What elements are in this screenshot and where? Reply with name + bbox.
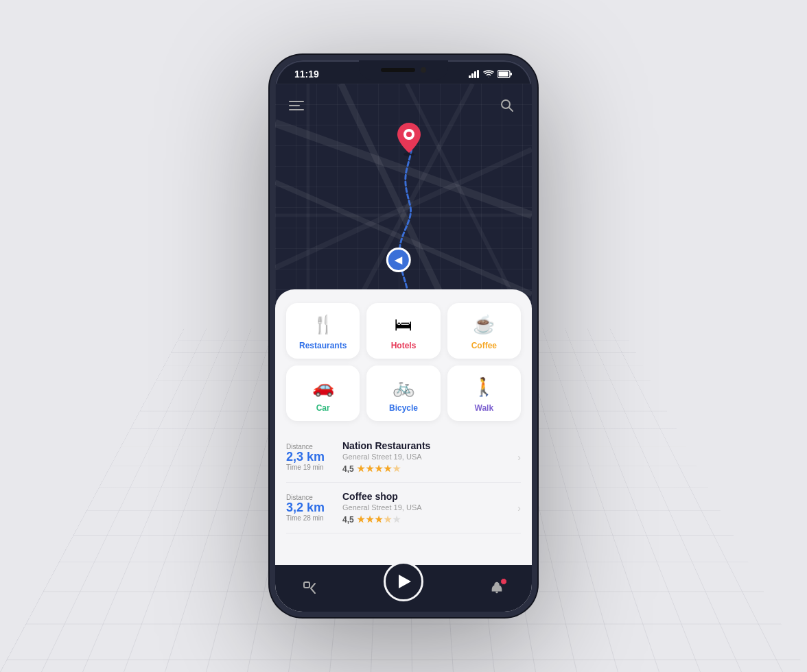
signal-icon (469, 70, 480, 78)
category-restaurants[interactable]: 🍴 Restaurants (286, 303, 360, 359)
play-button[interactable] (384, 562, 423, 601)
category-hotels[interactable]: 🛏 Hotels (366, 303, 440, 359)
bicycle-icon: 🚲 (393, 376, 414, 398)
svg-rect-20 (304, 582, 309, 588)
current-location: ◀ (386, 248, 411, 272)
place-distance-1: Distance 3,2 km Time 28 min (286, 494, 334, 523)
notch-pill (381, 68, 415, 72)
svg-point-19 (406, 132, 412, 137)
category-bicycle[interactable]: 🚲 Bicycle (366, 365, 440, 421)
wifi-icon (483, 70, 494, 78)
place-item-1[interactable]: Distance 3,2 km Time 28 min Coffee shop … (286, 483, 521, 533)
search-button[interactable] (496, 95, 518, 117)
route-nav-button[interactable] (296, 574, 325, 603)
svg-rect-2 (474, 71, 476, 78)
place-info-1: Coffee shop General Street 19, USA 4,5 ★… (342, 491, 509, 525)
category-car[interactable]: 🚗 Car (286, 365, 360, 421)
car-label: Car (316, 403, 330, 413)
car-icon: 🚗 (312, 376, 334, 398)
place-list: Distance 2,3 km Time 19 min Nation Resta… (286, 432, 521, 533)
bell-button[interactable] (482, 574, 511, 603)
svg-rect-3 (477, 70, 479, 78)
category-grid: 🍴 Restaurants 🛏 Hotels ☕ Coffee 🚗 Car 🚲 … (286, 303, 521, 421)
category-walk[interactable]: 🚶 Walk (447, 365, 521, 421)
place-arrow-1: › (517, 503, 521, 514)
coffee-icon: ☕ (473, 314, 495, 335)
status-time: 11:19 (294, 69, 319, 80)
svg-point-15 (502, 100, 510, 108)
svg-rect-1 (471, 73, 473, 78)
svg-rect-5 (511, 73, 513, 75)
restaurants-label: Restaurants (299, 341, 347, 350)
destination-pin (395, 121, 423, 160)
category-coffee[interactable]: ☕ Coffee (447, 303, 521, 359)
phone-mockup: 11:19 (270, 55, 537, 617)
place-item-0[interactable]: Distance 2,3 km Time 19 min Nation Resta… (286, 432, 521, 483)
svg-rect-0 (469, 75, 471, 78)
status-icons (469, 70, 513, 78)
play-icon (399, 575, 411, 588)
route-icon (302, 580, 318, 597)
bicycle-label: Bicycle (389, 403, 418, 413)
notch-dot (421, 67, 426, 73)
hotels-label: Hotels (391, 341, 417, 350)
coffee-label: Coffee (471, 341, 497, 350)
place-arrow-0: › (517, 452, 521, 463)
place-info-0: Nation Restaurants General Street 19, US… (342, 440, 509, 474)
menu-button[interactable] (289, 101, 304, 110)
bell-icon (489, 581, 504, 596)
svg-rect-6 (499, 72, 508, 77)
walk-icon: 🚶 (473, 376, 495, 398)
svg-line-16 (509, 108, 513, 111)
hotels-icon: 🛏 (395, 314, 412, 335)
nav-controls (289, 95, 518, 117)
bottom-nav (275, 565, 532, 612)
restaurants-icon: 🍴 (312, 314, 334, 335)
notch (359, 60, 448, 80)
search-icon (500, 99, 514, 112)
battery-icon (498, 70, 513, 78)
place-distance-0: Distance 2,3 km Time 19 min (286, 443, 334, 472)
walk-label: Walk (475, 403, 494, 413)
phone-screen: 11:19 (270, 55, 537, 617)
